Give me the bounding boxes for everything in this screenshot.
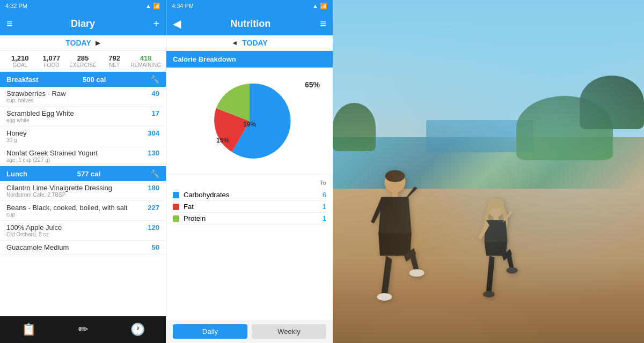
cal-goal-val: 1,210 <box>11 54 29 62</box>
fat-label: Fat <box>184 203 194 211</box>
food-name: Strawberries - Raw <box>6 90 66 98</box>
status-bar-2: 4:34 PM ▲ 📶 <box>166 0 333 12</box>
cal-food-lbl: FOOD <box>43 62 59 68</box>
today-label-2: TODAY <box>242 39 267 47</box>
cal-exercise-lbl: EXERCISE <box>69 62 97 68</box>
food-cal: 120 <box>148 223 159 232</box>
food-cal: 130 <box>148 149 159 157</box>
food-item: Beans - Black, cooked, boiled, with salt… <box>0 201 166 221</box>
today-bar-1: TODAY ▶ <box>0 35 166 51</box>
cal-remaining-val: 418 <box>140 54 152 62</box>
photo-overlay <box>333 0 644 343</box>
food-name: Honey <box>6 129 27 137</box>
food-name: Cilantro Lime Vinaigrette Dressing <box>6 184 112 192</box>
protein-color-dot <box>173 215 179 222</box>
food-cal: 49 <box>152 90 159 98</box>
food-cal: 180 <box>148 184 159 192</box>
add-icon-1[interactable]: + <box>153 18 159 30</box>
food-item: Guacamole Medium 50 <box>0 241 166 255</box>
food-name: Scrambled Egg White <box>6 109 74 117</box>
protein-val: 1 <box>323 214 326 222</box>
tab-edit-icon[interactable]: ✏ <box>70 318 97 341</box>
fat-val: 1 <box>323 203 326 211</box>
phone2-nutrition: 4:34 PM ▲ 📶 ◀ Nutrition ≡ ◄ TODAY Calori… <box>166 0 333 343</box>
cal-goal-lbl: GOAL <box>12 62 27 68</box>
food-name: Beans - Black, cooked, boiled, with salt <box>6 204 127 212</box>
food-sub: egg white <box>6 117 74 123</box>
status-bar-1: 4:32 PM ▲ 📶 <box>0 0 166 12</box>
breakfast-wrench-icon[interactable]: 🔧 <box>150 75 159 84</box>
breakdown-title: Calorie Breakdown <box>173 55 236 63</box>
food-item: Cilantro Lime Vinaigrette Dressing Nords… <box>0 181 166 201</box>
protein-label: Protein <box>184 214 206 222</box>
food-item: 100% Apple Juice Old Orchard, 8 oz 120 <box>0 221 166 241</box>
status-icons-1: ▲ 📶 <box>145 3 160 10</box>
breakfast-header: Breakfast 500 cal 🔧 <box>0 72 166 87</box>
food-item: Honey 30 g 304 <box>0 126 166 146</box>
cal-goal: 1,210 GOAL <box>4 54 36 68</box>
breakfast-name: Breakfast <box>6 76 38 84</box>
food-cal: 304 <box>148 129 159 137</box>
tab-clock-icon[interactable]: 🕐 <box>122 318 153 341</box>
food-name: Nonfat Greek Strained Yogurt <box>6 149 98 157</box>
lunch-cal: 577 cal <box>77 170 100 178</box>
food-cal: 17 <box>152 109 159 117</box>
cal-summary: 1,210 GOAL 1,077 FOOD 285 EXERCISE 792 N… <box>0 51 166 72</box>
food-sub: cup <box>6 212 127 218</box>
breakfast-cal: 500 cal <box>83 76 106 84</box>
cal-food-val: 1,077 <box>43 54 61 62</box>
tab-diary-icon[interactable]: 📋 <box>13 318 45 341</box>
legend-item-protein: Protein 1 <box>173 213 326 225</box>
food-sub: Old Orchard, 8 oz <box>6 232 62 237</box>
carbs-color-dot <box>173 192 179 198</box>
nav-bar-2: ◀ Nutrition ≡ <box>166 12 333 35</box>
today-arrow-1[interactable]: ▶ <box>96 39 100 47</box>
percent-label: 65% <box>305 80 320 89</box>
legend-header: To <box>173 180 326 186</box>
phone1-diary: 4:32 PM ▲ 📶 ≡ Diary + TODAY ▶ 1,210 GOAL… <box>0 0 166 343</box>
period-tabs: Daily Weekly <box>166 320 333 343</box>
food-cal: 50 <box>152 243 159 251</box>
tab-weekly[interactable]: Weekly <box>252 324 326 339</box>
lunch-wrench-icon[interactable]: 🔧 <box>150 169 159 178</box>
back-arrow-today[interactable]: ◄ <box>231 39 238 47</box>
fat-color-dot <box>173 204 179 210</box>
menu-icon-1[interactable]: ≡ <box>6 18 13 30</box>
cal-remaining-lbl: REMAINING <box>130 62 161 68</box>
food-scroll: Breakfast 500 cal 🔧 Strawberries - Raw c… <box>0 72 166 316</box>
today-label-1: TODAY <box>65 39 91 47</box>
cal-net: 792 NET <box>99 54 130 68</box>
cal-net-val: 792 <box>108 54 120 62</box>
food-name: 100% Apple Juice <box>6 223 62 232</box>
chart-area: 65% 19% 15% <box>166 68 333 175</box>
pie-chart <box>207 78 292 164</box>
food-cal: 227 <box>148 204 159 212</box>
food-item: Strawberries - Raw cup, halves 49 <box>0 87 166 107</box>
status-icons-2: ▲ 📶 <box>312 3 327 10</box>
carbs-val: 6 <box>323 191 326 199</box>
menu-icon-2[interactable]: ≡ <box>320 18 326 30</box>
legend-header-right: To <box>319 180 326 186</box>
time-1: 4:32 PM <box>5 3 27 9</box>
back-icon-2[interactable]: ◀ <box>173 17 181 30</box>
food-sub: age, 1 cup (227 g) <box>6 157 98 163</box>
cal-exercise-val: 285 <box>77 54 89 62</box>
tab-daily[interactable]: Daily <box>173 324 247 339</box>
cal-exercise: 285 EXERCISE <box>67 54 99 68</box>
cal-remaining: 418 REMAINING <box>130 54 162 68</box>
carbs-label: Carbohydrates <box>184 191 229 199</box>
food-name: Guacamole Medium <box>6 243 69 251</box>
legend-item-carbs: Carbohydrates 6 <box>173 189 326 201</box>
today-bar-2: ◄ TODAY <box>166 35 333 51</box>
legend-area: To Carbohydrates 6 Fat 1 Protein 1 <box>166 175 333 229</box>
bottom-tabs-1: 📋 ✏ 🕐 <box>0 316 166 343</box>
tab-daily-label: Daily <box>202 327 218 335</box>
food-item: Scrambled Egg White egg white 17 <box>0 107 166 126</box>
legend-item-fat: Fat 1 <box>173 201 326 213</box>
photo-panel <box>333 0 644 343</box>
lunch-name: Lunch <box>6 170 27 178</box>
food-sub: cup, halves <box>6 98 66 103</box>
food-sub: Nordstrom Cafe, 2 TBSP <box>6 192 112 198</box>
cal-food: 1,077 FOOD <box>36 54 68 68</box>
nav-title-2: Nutrition <box>230 18 270 29</box>
